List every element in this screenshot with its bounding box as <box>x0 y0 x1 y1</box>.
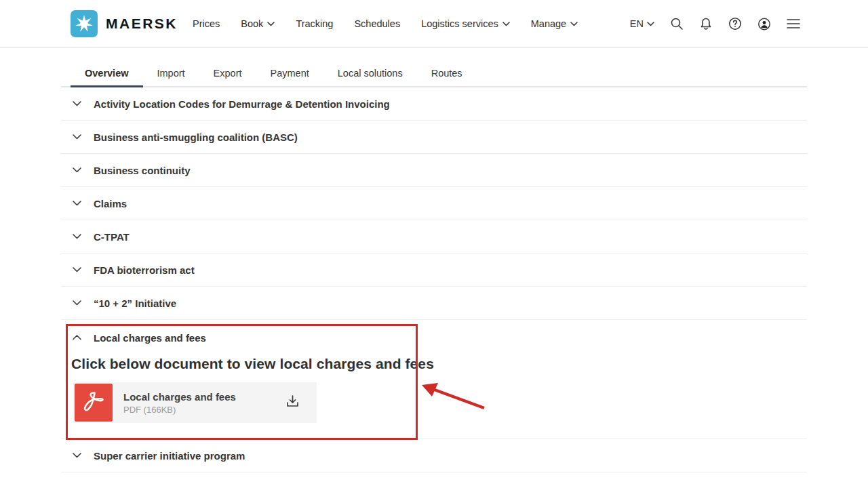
chevron-down-icon <box>73 267 82 272</box>
accordion-item-activity-location-codes[interactable]: Activity Location Codes for Demurrage & … <box>61 87 807 121</box>
document-meta: PDF (166KB) <box>123 405 236 415</box>
top-navigation-bar: MAERSK Prices Book Tracking Schedules Lo… <box>0 0 868 48</box>
nav-manage[interactable]: Manage <box>531 18 578 29</box>
menu-icon[interactable] <box>787 17 800 30</box>
chevron-down-icon <box>73 134 82 140</box>
accordion-item-fda-bioterrorism[interactable]: FDA bioterrorism act <box>61 253 807 287</box>
chevron-down-icon <box>73 453 82 458</box>
tab-import[interactable]: Import <box>143 60 199 87</box>
help-icon[interactable] <box>728 17 742 30</box>
nav-tracking[interactable]: Tracking <box>296 18 333 29</box>
accordion-item-business-continuity[interactable]: Business continuity <box>61 154 807 187</box>
header-actions: EN <box>630 17 800 30</box>
chevron-down-icon <box>267 22 275 26</box>
tab-payment[interactable]: Payment <box>256 60 323 87</box>
tab-overview[interactable]: Overview <box>71 60 143 87</box>
nav-book[interactable]: Book <box>241 18 275 29</box>
accordion-item-10-plus-2[interactable]: “10 + 2” Initiative <box>61 287 807 320</box>
chevron-down-icon <box>73 234 82 239</box>
document-info: Local charges and fees PDF (166KB) <box>123 391 236 415</box>
accordion-item-local-charges-expanded: Local charges and fees Click below docum… <box>61 320 807 439</box>
brand-wordmark: MAERSK <box>106 16 178 32</box>
accordion-item-ctpat[interactable]: C-TPAT <box>61 220 807 253</box>
search-icon[interactable] <box>670 17 684 30</box>
language-selector[interactable]: EN <box>630 18 654 29</box>
chevron-up-icon <box>73 335 82 340</box>
chevron-down-icon <box>73 201 82 206</box>
nav-prices[interactable]: Prices <box>193 18 220 29</box>
chevron-down-icon <box>73 167 82 173</box>
maersk-brand[interactable]: MAERSK <box>71 10 178 37</box>
nav-schedules[interactable]: Schedules <box>354 18 400 29</box>
account-icon[interactable] <box>757 17 771 30</box>
maersk-star-icon <box>71 10 98 37</box>
accordion-item-basc[interactable]: Business anti-smuggling coalition (BASC) <box>61 121 807 154</box>
nav-logistics-services[interactable]: Logistics services <box>421 18 510 29</box>
chevron-down-icon <box>502 22 510 26</box>
pdf-document-card[interactable]: Local charges and fees PDF (166KB) <box>73 382 317 423</box>
download-icon[interactable] <box>286 394 299 411</box>
accordion-header-local-charges[interactable]: Local charges and fees <box>61 320 807 351</box>
chevron-down-icon <box>570 22 578 26</box>
chevron-down-icon <box>73 101 82 106</box>
page-content: Overview Import Export Payment Local sol… <box>0 60 868 472</box>
accordion-item-claims[interactable]: Claims <box>61 187 807 220</box>
main-nav: Prices Book Tracking Schedules Logistics… <box>193 18 578 29</box>
section-tabs: Overview Import Export Payment Local sol… <box>61 60 807 87</box>
document-name: Local charges and fees <box>123 391 236 403</box>
adobe-pdf-icon <box>75 384 113 422</box>
expanded-section-heading: Click below document to view local charg… <box>71 356 807 372</box>
tab-local-solutions[interactable]: Local solutions <box>323 60 417 87</box>
accordion-item-super-carrier[interactable]: Super carrier initiative program <box>61 439 807 472</box>
tab-export[interactable]: Export <box>199 60 256 87</box>
chevron-down-icon <box>647 22 654 26</box>
chevron-down-icon <box>73 300 82 306</box>
tab-routes[interactable]: Routes <box>417 60 477 87</box>
notifications-bell-icon[interactable] <box>699 17 713 30</box>
